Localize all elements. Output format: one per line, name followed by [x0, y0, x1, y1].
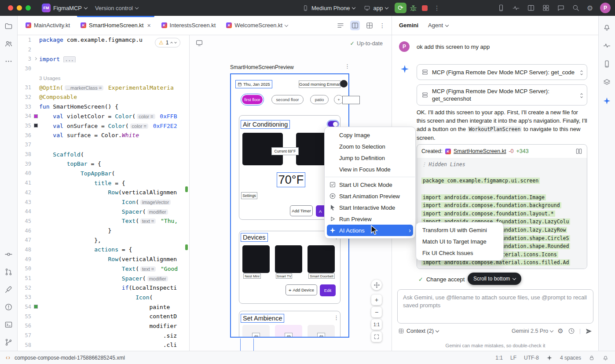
layers-tool-icon[interactable]	[603, 78, 611, 87]
submenu-item-transform-ui-with-gemini[interactable]: Transform UI with Gemini	[416, 224, 503, 236]
menu-item-jump-to-definition[interactable]: Jump to Definition	[325, 152, 415, 164]
stop-button[interactable]	[422, 5, 428, 11]
device-tile[interactable]	[242, 245, 270, 273]
menu-item-start-ui-check-mode[interactable]: Start UI Check Mode	[325, 179, 415, 190]
device-tile[interactable]	[308, 245, 335, 273]
menu-item-run-preview[interactable]: Run Preview	[325, 213, 415, 225]
pr-tool-icon[interactable]	[4, 268, 13, 276]
diff-icon[interactable]	[575, 148, 582, 155]
settings-link[interactable]: Settings	[241, 192, 257, 199]
edit-button[interactable]: Edit	[320, 284, 336, 296]
users-icon[interactable]	[4, 40, 13, 48]
next-issue-icon[interactable]	[175, 41, 177, 44]
ambience-title[interactable]: Set Ambience	[241, 314, 284, 323]
debug-button[interactable]	[409, 4, 417, 12]
model-selector[interactable]: Gemini 2.5 Pro	[512, 328, 553, 334]
line-ending-widget[interactable]: LF	[510, 355, 516, 361]
date-chip[interactable]: Thu, Jan 2025	[235, 80, 272, 88]
zoom-fit-button[interactable]	[371, 331, 382, 342]
phone-tool-icon[interactable]	[603, 60, 611, 68]
preview-kebab[interactable]: ⋮	[344, 63, 350, 69]
user-avatar[interactable]: P	[600, 3, 611, 13]
expand-collapse-icon[interactable]	[581, 93, 582, 98]
zoom-in-button[interactable]: +	[371, 295, 382, 305]
zoom-window-button[interactable]	[26, 5, 31, 11]
tab-interestsscreen-kt[interactable]: KInterestsScreen.kt	[156, 16, 221, 35]
code-editor[interactable]: 1package com.example.figmamcp.u23import …	[18, 35, 189, 351]
chevron-down-icon[interactable]	[285, 23, 288, 26]
devices-title[interactable]: Devices	[241, 233, 268, 242]
folder-icon[interactable]	[4, 22, 13, 30]
tab-gemini[interactable]: Gemini	[399, 22, 418, 29]
fold-arrow-icon[interactable]	[34, 57, 37, 60]
device-selector[interactable]: Medium Phone	[298, 1, 359, 15]
close-window-button[interactable]	[8, 5, 13, 11]
bell-tool-icon[interactable]	[603, 23, 611, 31]
split-editor-icon[interactable]	[350, 21, 360, 30]
notifications-icon[interactable]	[602, 354, 609, 361]
device-mirroring-icon[interactable]	[497, 4, 505, 12]
mcp-tool-card[interactable]: MCP (Figma Remote Dev Mode MCP Server): …	[417, 64, 587, 80]
ai-chat-icon[interactable]	[557, 4, 565, 12]
tab-smarthomescreen-kt[interactable]: KSmartHomeScreen.kt×	[75, 16, 156, 35]
pan-button[interactable]	[371, 280, 382, 290]
floor-chip-patio[interactable]: patio	[310, 95, 329, 104]
submenu-item-match-ui-to-target-image[interactable]: Match UI to Target Image	[416, 236, 503, 247]
history-icon[interactable]	[568, 328, 575, 335]
prev-issue-icon[interactable]	[171, 42, 173, 44]
pulse-tool-icon[interactable]	[603, 41, 611, 50]
profiler-icon[interactable]	[512, 4, 520, 12]
ac-toggle[interactable]	[328, 121, 338, 127]
commit-tool-icon[interactable]	[4, 250, 13, 258]
mcp-tool-card[interactable]: MCP (Figma Remote Dev Mode MCP Server): …	[417, 84, 587, 106]
ambience-kebab[interactable]: ⋮	[333, 315, 339, 320]
device-tile[interactable]	[275, 245, 302, 273]
floor-chip-second-floor[interactable]: second floor	[271, 95, 304, 104]
spark-tool-icon[interactable]	[603, 97, 611, 105]
floor-chip-first-floor[interactable]: first floor	[242, 95, 263, 104]
settings-gear-icon[interactable]: ⚙	[587, 4, 593, 12]
usages-hint[interactable]: 3 Usages	[39, 76, 61, 81]
project-menu[interactable]: FM FigmaMCP	[38, 1, 91, 15]
rerun-button[interactable]: ⟳	[395, 3, 406, 13]
layout-inspector-icon[interactable]	[527, 4, 535, 12]
color-swatch[interactable]	[34, 114, 38, 118]
lock-icon[interactable]	[589, 355, 595, 361]
gemini-status-icon[interactable]	[546, 355, 553, 361]
color-swatch[interactable]	[34, 305, 38, 309]
context-chip[interactable]: Context (2)	[398, 328, 439, 334]
ac-title[interactable]: Air Conditioning	[241, 120, 290, 129]
temperature-display[interactable]: 70°F	[277, 172, 305, 187]
menu-item-start-interactive-mode[interactable]: Start Interactive Mode	[325, 202, 415, 213]
build-tool-icon[interactable]	[4, 285, 13, 294]
current-temp-label[interactable]: Current 69°F	[271, 147, 299, 155]
zoom-reset-button[interactable]: 1:1	[371, 319, 382, 330]
profile-avatar[interactable]	[340, 80, 348, 87]
run-more-kebab[interactable]: ⋮	[432, 4, 442, 11]
preview-device-icon[interactable]	[195, 39, 203, 47]
menu-item-zoom-to-selection[interactable]: Zoom to Selection	[325, 141, 415, 152]
editor-list-icon[interactable]	[337, 22, 344, 29]
menu-item-copy-image[interactable]: Copy Image	[325, 129, 415, 141]
search-everywhere-icon[interactable]	[572, 4, 580, 12]
add-timer-button[interactable]: Add Timer	[290, 205, 313, 216]
expand-collapse-icon[interactable]	[581, 70, 582, 75]
scroll-to-bottom-button[interactable]: Scroll to bottom	[468, 273, 521, 285]
gemini-input[interactable]: Ask Gemini, use @filename to attach sour…	[397, 289, 593, 324]
branch-tool-icon[interactable]	[4, 338, 13, 346]
submenu-item-fix-ui-check-issues[interactable]: Fix UI Check Issues	[416, 247, 503, 258]
close-tab-icon[interactable]: ×	[147, 22, 150, 29]
greeting-label[interactable]: Good morning Emma!	[299, 80, 340, 88]
terminal-tool-icon[interactable]	[4, 320, 13, 329]
add-device-button[interactable]: + Add Device	[286, 284, 317, 295]
created-file-link[interactable]: SmartHomeScreen.kt	[454, 148, 506, 154]
tab-agent[interactable]: Agent	[428, 22, 448, 29]
menu-item-start-animation-preview[interactable]: Start Animation Preview	[325, 190, 415, 202]
editor-layout-icon[interactable]	[366, 22, 373, 29]
zoom-out-button[interactable]: −	[371, 307, 382, 317]
send-button[interactable]	[585, 328, 593, 335]
encoding-widget[interactable]: UTF-8	[524, 355, 539, 361]
caret-position-widget[interactable]: 1:1	[495, 355, 503, 361]
inspection-widget[interactable]: ⚠ 1	[155, 38, 180, 47]
tab-options-kebab[interactable]: ⋮	[379, 22, 385, 29]
